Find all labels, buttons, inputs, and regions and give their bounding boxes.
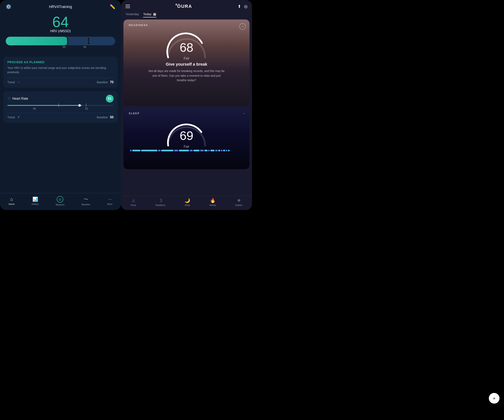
sleep-seg-3 <box>141 150 157 151</box>
readiness-card-inner: READINESS → 68 Fair Give yourself a brea… <box>123 19 250 87</box>
sleep-seg-10 <box>200 150 204 151</box>
card-divider-2 <box>7 113 114 113</box>
sleep-seg-5 <box>161 150 174 151</box>
share-icon[interactable]: ⬆ <box>238 4 241 9</box>
trend-label-2: Trend <box>7 116 15 119</box>
nav-item-measure[interactable]: ◎ Measure <box>56 196 65 206</box>
right-home-icon: ⌂ <box>132 198 135 203</box>
more-icon: ··· <box>108 197 112 202</box>
hr-dot <box>78 104 81 107</box>
sleep-seg-9 <box>193 150 199 151</box>
proceed-title: PROCEED AS PLANNED <box>7 60 114 64</box>
hr-marker-line-1 <box>58 103 59 107</box>
sleep-seg-14 <box>215 150 217 151</box>
sleep-seg-11 <box>204 150 208 151</box>
heart-icon: ♡ <box>7 96 11 101</box>
today-tab[interactable]: Today 📅 <box>143 12 156 18</box>
nav-item-home[interactable]: ⌂ Home <box>9 197 15 205</box>
hrv-label-60: 60 <box>63 45 66 48</box>
hr-marker-line-2 <box>86 103 86 107</box>
trend-label-1: Trend <box>7 81 15 84</box>
right-header: ŌURA ⬆ ◎ <box>121 0 252 11</box>
hrv-number: 64 <box>52 13 69 30</box>
right-panel: ŌURA ⬆ ◎ Yesterday Today 📅 READINESS → <box>121 0 252 210</box>
card-divider-1 <box>7 78 114 78</box>
hrv-label: HRV (rMSSD) <box>50 29 71 33</box>
hr-bar-fill <box>7 105 82 106</box>
right-explore-icon: ✳ <box>237 198 241 203</box>
right-nav-home[interactable]: ⌂ Home <box>131 198 136 206</box>
cards-scroll[interactable]: READINESS → 68 Fair Give yourself a brea… <box>121 18 252 196</box>
hrv-bar-markers <box>6 37 115 45</box>
heart-rate-card: ♡ Heart Rate 51 48 52 Trend <box>3 91 118 123</box>
baseline-label-2: Baseline <box>97 116 108 119</box>
baseline-icon: 〜 <box>84 196 88 202</box>
right-activity-icon: 🔥 <box>210 198 216 203</box>
readiness-arrow[interactable]: → <box>239 23 246 30</box>
left-panel: ⚙️ HRV4Training ✏️ 64 HRV (rMSSD) 60 81 <box>0 0 121 210</box>
baseline-label-1: Baseline <box>97 81 108 84</box>
right-nav-readiness[interactable]: ☽ Readiness <box>156 198 165 206</box>
readiness-body: Not all days are made for breaking recor… <box>148 69 226 83</box>
right-readiness-label: Readiness <box>156 204 165 206</box>
right-nav-explore[interactable]: ✳ Explore <box>235 198 242 206</box>
date-tabs: Yesterday Today 📅 <box>121 11 252 18</box>
right-explore-label: Explore <box>235 204 242 206</box>
readiness-title: READINESS <box>129 24 148 27</box>
right-home-label: Home <box>131 204 136 206</box>
home-icon: ⌂ <box>10 197 13 202</box>
trend-row-1: Trend → Baseline 70 <box>7 80 114 84</box>
hr-bar-container: 48 52 <box>7 105 114 110</box>
hrv-section: 64 HRV (rMSSD) 60 81 <box>0 12 121 55</box>
right-header-icons: ⬆ ◎ <box>238 4 247 9</box>
hrv-marker-2 <box>88 38 89 44</box>
sleep-card-inner: SLEEP → 69 Fair <box>123 108 250 155</box>
sleep-card[interactable]: SLEEP → 69 Fair <box>123 108 250 169</box>
hrv-bar-labels-row: 60 81 <box>6 45 115 49</box>
hr-label-52: 52 <box>85 107 88 110</box>
sleep-seg-12 <box>208 150 210 151</box>
sleep-score: 69 <box>180 130 193 142</box>
yesterday-tab[interactable]: Yesterday <box>126 12 139 18</box>
proceed-text: Your HRV is within your normal range and… <box>7 66 114 74</box>
sleep-seg-4 <box>158 150 161 151</box>
oura-logo: ŌURA <box>175 4 192 9</box>
nav-item-more[interactable]: ··· More <box>107 197 112 205</box>
measure-icon: ◎ <box>57 196 63 203</box>
settings-icon[interactable]: ⚙️ <box>6 4 11 9</box>
sleep-rating: Fair <box>184 145 189 149</box>
right-activity-label: Activity <box>210 204 216 206</box>
baseline-group-1: Baseline 70 <box>97 80 114 84</box>
nav-item-history[interactable]: 📊 History <box>32 197 39 205</box>
today-tab-label: Today <box>143 12 151 16</box>
right-nav-sleep[interactable]: 🌙 Sleep <box>185 198 190 206</box>
hrv-label-81: 81 <box>84 45 86 48</box>
trend-arrow-1: → <box>17 80 20 84</box>
sleep-seg-16 <box>221 150 222 151</box>
right-sleep-icon: 🌙 <box>185 198 190 203</box>
sleep-seg-19 <box>228 150 230 151</box>
proceed-card: PROCEED AS PLANNED Your HRV is within yo… <box>3 57 118 88</box>
readiness-score: 68 <box>180 42 193 54</box>
hrv-bar-bg <box>6 37 115 45</box>
target-icon[interactable]: ◎ <box>244 4 247 9</box>
nav-item-baseline[interactable]: 〜 Baseline <box>82 196 90 206</box>
history-label: History <box>32 203 39 205</box>
hrv-bar-container: 60 81 <box>6 37 115 49</box>
baseline-value-1: 70 <box>110 80 114 84</box>
readiness-headline: Give yourself a break <box>166 62 207 67</box>
sleep-seg-6 <box>174 150 178 151</box>
trend-group-1: Trend → <box>7 80 20 84</box>
hamburger-menu[interactable] <box>126 5 130 8</box>
readiness-card[interactable]: READINESS → 68 Fair Give yourself a brea… <box>123 19 250 106</box>
sleep-seg-8 <box>190 150 193 151</box>
right-nav-activity[interactable]: 🔥 Activity <box>210 198 216 206</box>
hamburger-line-2 <box>126 6 130 6</box>
sleep-arrow[interactable]: → <box>242 111 246 116</box>
right-readiness-icon: ☽ <box>158 198 162 203</box>
more-label: More <box>107 203 112 205</box>
measure-label: Measure <box>56 204 65 206</box>
hamburger-line-3 <box>126 8 130 8</box>
home-label: Home <box>9 203 15 205</box>
edit-icon[interactable]: ✏️ <box>110 4 115 9</box>
